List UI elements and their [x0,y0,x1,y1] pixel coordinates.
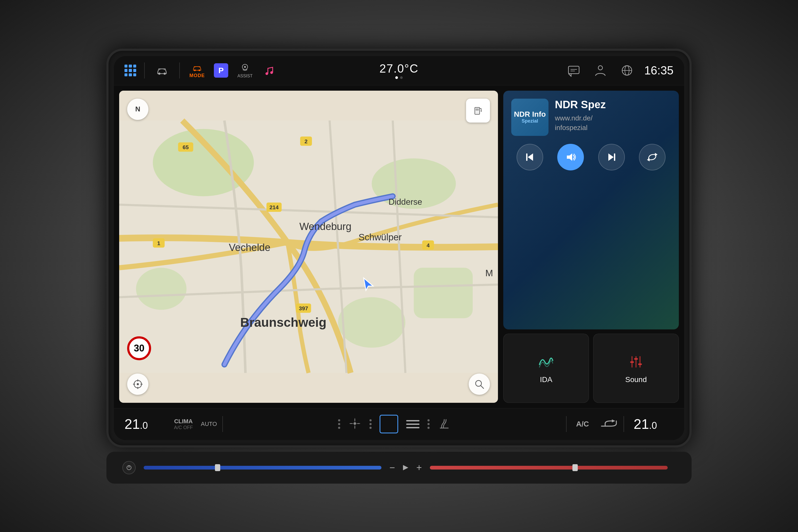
svg-marker-55 [567,153,572,161]
main-content: 65 2 214 1 4 397 Vechelde Wendeb [114,86,684,408]
infotainment-screen: MODE P AS [106,49,692,448]
right-temperature: 21.0 [634,416,673,432]
left-temperature: 21.0 [125,416,164,432]
ida-icon [537,353,555,371]
fuel-icon [473,105,483,116]
map-search-button[interactable] [469,374,490,395]
clima-sub: A/C OFF [174,425,193,431]
svg-point-0 [158,73,161,75]
svg-point-11 [598,66,602,70]
svg-text:Schwülper: Schwülper [358,232,402,242]
assist-button[interactable]: ASSIST [236,62,254,78]
radio-prev-button[interactable] [517,144,543,170]
radio-station-url: www.ndr.de/ infospezial [555,113,671,133]
speed-limit-sign: 30 [127,336,151,360]
radio-next-button[interactable] [598,144,625,170]
left-temp-value: 21.0 [125,416,164,432]
svg-point-66 [353,422,356,425]
svg-rect-57 [614,153,615,161]
volume-plus-button[interactable]: + [416,462,422,473]
left-slider[interactable] [144,466,382,470]
next-icon [606,151,617,163]
svg-marker-70 [403,465,408,470]
fuel-station-button[interactable] [466,99,490,122]
top-bar-divider-2 [179,62,180,78]
logo-ndr: NDR Info [514,110,546,118]
compass-button[interactable]: N [127,99,148,120]
svg-marker-67 [612,420,615,422]
svg-marker-53 [528,153,533,161]
grid-menu-button[interactable] [125,64,136,76]
temperature-display: 27.0°C [308,62,490,79]
svg-rect-49 [476,109,479,111]
radio-station-logo: NDR Info Spezial [511,99,549,136]
prev-icon [524,151,536,163]
radio-repeat-button[interactable] [639,144,666,170]
climate-dots-2 [370,419,372,429]
car-icon-button[interactable] [153,62,171,78]
page-dot-2 [400,76,403,79]
wave-icon [538,354,554,370]
message-icon [568,64,580,77]
sound-tile[interactable]: Sound [593,334,679,403]
physical-control-strip: − + [106,452,692,483]
menu-lines-button[interactable] [406,420,420,428]
recirculation-button[interactable] [599,417,618,431]
page-dots [308,76,490,79]
svg-rect-20 [414,268,473,318]
climate-dots-3 [427,419,430,429]
svg-point-19 [136,268,186,310]
top-bar: MODE P AS [114,56,684,86]
clima-text: CLIMA [174,418,193,425]
globe-button[interactable] [618,62,636,78]
temperature-value: 27.0°C [308,62,490,75]
mode-icon [191,62,204,72]
svg-point-18 [338,297,405,347]
mode-button[interactable]: MODE [188,62,206,78]
svg-text:65: 65 [183,144,189,150]
svg-text:397: 397 [299,305,308,311]
svg-text:M: M [485,267,493,278]
logo-spezial: Spezial [514,118,546,124]
fan-button[interactable] [348,417,361,431]
time-display: 16:35 [644,64,673,77]
svg-text:Wendeburg: Wendeburg [299,221,351,232]
car-icon [155,64,168,77]
power-icon [126,464,132,471]
climate-dots-1 [338,419,340,429]
ac-label: A/C [576,420,589,428]
globe-icon [620,64,633,77]
ida-tile[interactable]: IDA [503,334,589,403]
svg-rect-64 [634,358,638,360]
right-slider-thumb[interactable] [572,464,578,471]
map-widget[interactable]: 65 2 214 1 4 397 Vechelde Wendeb [119,91,498,403]
music-button[interactable] [260,62,278,78]
audio-indicator [400,464,411,472]
person-button[interactable] [591,62,610,78]
volume-icon [565,151,576,163]
right-slider[interactable] [430,466,668,470]
heated-seat-button[interactable] [438,417,451,431]
heated-seat-icon [438,417,451,430]
auto-label: AUTO [201,421,217,428]
left-slider-thumb[interactable] [215,464,220,471]
radio-volume-button[interactable] [557,144,584,170]
top-bar-right: 16:35 [490,62,673,78]
display-button[interactable] [379,415,398,433]
map-locate-button[interactable] [127,374,148,395]
top-bar-left: MODE P AS [125,62,308,78]
ida-label: IDA [540,375,553,384]
svg-rect-54 [526,153,527,161]
svg-point-5 [244,66,246,68]
power-button[interactable] [122,461,136,474]
message-button[interactable] [564,62,583,78]
radio-station-info: NDR Spez www.ndr.de/ infospezial [555,99,671,133]
radio-station-name: NDR Spez [555,99,671,111]
locate-icon [132,379,143,390]
radio-card: NDR Info Spezial NDR Spez www.ndr.de/ in… [503,91,679,329]
climate-divider-2 [566,416,567,432]
volume-controls: − + [389,462,422,473]
parking-button[interactable]: P [212,62,230,78]
volume-minus-button[interactable]: − [389,462,395,473]
assist-icon [239,62,252,73]
